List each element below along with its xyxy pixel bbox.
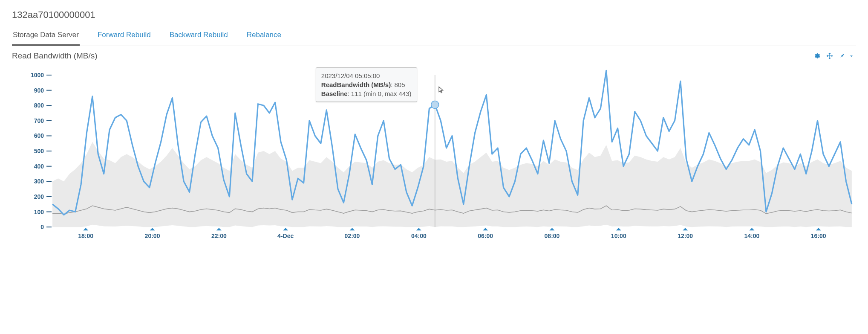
chart-toolbar bbox=[813, 52, 856, 59]
chevron-down-icon[interactable] bbox=[849, 52, 856, 59]
tab-forward-rebuild[interactable]: Forward Rebuild bbox=[97, 28, 152, 46]
tooltip-metric-row: ReadBandwidth (MB/s): 805 bbox=[321, 80, 412, 89]
svg-text:20:00: 20:00 bbox=[145, 232, 160, 239]
svg-text:02:00: 02:00 bbox=[345, 232, 360, 239]
svg-text:22:00: 22:00 bbox=[211, 232, 227, 239]
svg-text:4-Dec: 4-Dec bbox=[277, 232, 294, 239]
chart-area[interactable]: 0100200300400500600700800900100018:0020:… bbox=[12, 63, 856, 247]
svg-point-35 bbox=[431, 101, 439, 108]
svg-text:500: 500 bbox=[34, 148, 44, 154]
svg-text:08:00: 08:00 bbox=[545, 232, 560, 239]
pin-icon[interactable] bbox=[839, 52, 846, 59]
svg-text:16:00: 16:00 bbox=[811, 232, 826, 239]
tab-backward-rebuild[interactable]: Backward Rebuild bbox=[169, 28, 229, 46]
tab-rebalance[interactable]: Rebalance bbox=[246, 28, 282, 46]
svg-text:12:00: 12:00 bbox=[678, 232, 693, 239]
move-icon[interactable] bbox=[826, 52, 833, 59]
svg-text:06:00: 06:00 bbox=[478, 232, 493, 239]
svg-text:400: 400 bbox=[34, 163, 44, 170]
svg-text:700: 700 bbox=[34, 117, 44, 124]
svg-text:100: 100 bbox=[34, 209, 44, 215]
tooltip-baseline-row: Baseline: 111 (min 0, max 443) bbox=[321, 89, 412, 98]
chart-title: Read Bandwidth (MB/s) bbox=[12, 51, 98, 61]
svg-text:18:00: 18:00 bbox=[78, 232, 93, 239]
chart-tooltip: 2023/12/04 05:05:00 ReadBandwidth (MB/s)… bbox=[316, 67, 417, 102]
tab-bar: Storage Data ServerForward RebuildBackwa… bbox=[12, 28, 856, 46]
svg-text:800: 800 bbox=[34, 102, 44, 109]
svg-text:300: 300 bbox=[34, 178, 44, 185]
gear-icon[interactable] bbox=[813, 52, 820, 59]
tooltip-time: 2023/12/04 05:05:00 bbox=[321, 71, 412, 80]
tab-storage-data-server[interactable]: Storage Data Server bbox=[12, 28, 80, 46]
svg-text:200: 200 bbox=[34, 193, 44, 200]
page-title: 132aa70100000001 bbox=[12, 9, 856, 20]
svg-text:10:00: 10:00 bbox=[611, 232, 626, 239]
svg-text:600: 600 bbox=[34, 132, 44, 139]
svg-text:900: 900 bbox=[34, 87, 44, 94]
svg-text:1000: 1000 bbox=[31, 72, 44, 78]
svg-text:0: 0 bbox=[40, 224, 44, 230]
svg-text:14:00: 14:00 bbox=[744, 232, 760, 239]
svg-text:04:00: 04:00 bbox=[411, 232, 427, 239]
